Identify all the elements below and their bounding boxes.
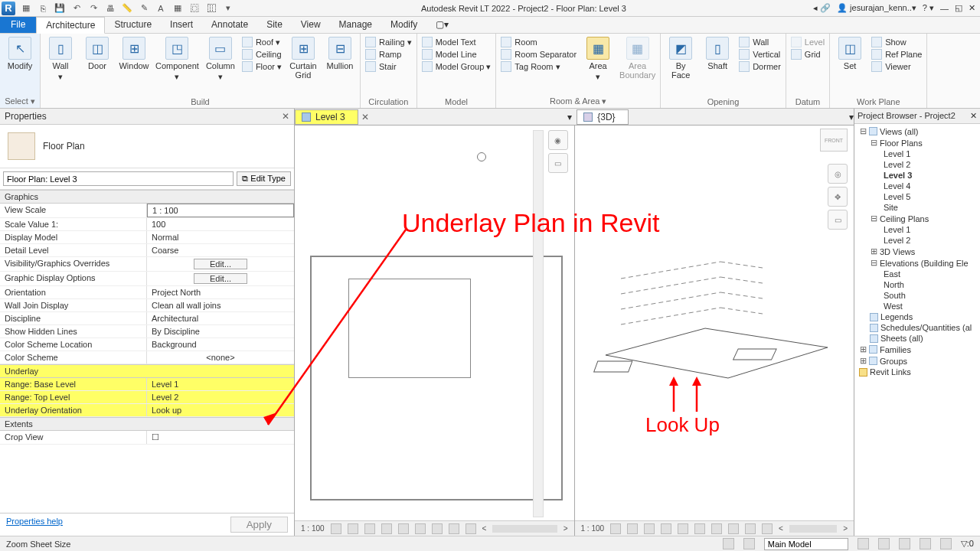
open-vert-button[interactable]: Vertical: [739, 49, 781, 60]
ref-plane-button[interactable]: Ref Plane: [871, 49, 922, 60]
door-button[interactable]: ◫Door: [82, 37, 113, 70]
curtain-grid-button[interactable]: ⊞Curtain Grid: [288, 37, 318, 80]
prop-value[interactable]: By Discipline: [147, 325, 294, 337]
tree-groups[interactable]: ⊞Groups: [856, 355, 978, 367]
tree-item[interactable]: West: [856, 301, 978, 311]
tree-elevations[interactable]: ⊟Elevations (Building Ele: [856, 257, 978, 269]
tab-modify[interactable]: Modify: [381, 17, 426, 33]
tree-item[interactable]: Level 2: [856, 159, 978, 170]
apply-button[interactable]: Apply: [230, 517, 288, 533]
nav-sheet-icon[interactable]: ▭: [828, 210, 848, 230]
scale-label[interactable]: 1 : 100: [581, 524, 605, 533]
tab-menu-icon[interactable]: ▾: [567, 112, 572, 122]
vc-icon[interactable]: [364, 523, 375, 534]
tag-room-button[interactable]: Tag Room ▾: [501, 61, 577, 72]
qat-icon[interactable]: ▾: [222, 2, 234, 15]
vc-icon[interactable]: [432, 523, 443, 534]
tree-item[interactable]: East: [856, 269, 978, 279]
scale-label[interactable]: 1 : 100: [301, 524, 325, 533]
tree-sheets[interactable]: Sheets (all): [856, 333, 978, 344]
vc-icon[interactable]: [762, 523, 773, 534]
prop-value[interactable]: Look up: [147, 404, 294, 416]
open-wall-button[interactable]: Wall: [739, 37, 781, 47]
tab-extra[interactable]: ▢▾: [426, 17, 458, 33]
prop-value[interactable]: Architectural: [147, 312, 294, 324]
room-sep-button[interactable]: Room Separator: [501, 49, 577, 60]
status-icon[interactable]: [858, 538, 869, 549]
grid-button[interactable]: Grid: [791, 49, 825, 60]
qat-icon[interactable]: ⎘: [37, 2, 49, 15]
mullion-button[interactable]: ⊟Mullion: [325, 37, 355, 70]
status-icon[interactable]: [940, 538, 952, 549]
edit-button[interactable]: Edit...: [147, 272, 294, 285]
properties-help-link[interactable]: Properties help: [6, 517, 63, 533]
elevation-marker[interactable]: [477, 152, 486, 161]
tree-item[interactable]: Site: [856, 202, 978, 213]
tree-views[interactable]: ⊟Views (all): [856, 126, 978, 137]
qat-icon[interactable]: ▦: [20, 2, 32, 15]
railing-button[interactable]: Railing ▾: [365, 37, 412, 47]
3d-view-canvas[interactable]: FRONT ◎✥▭ 1 : 100: [575, 126, 854, 536]
tree-floor-plans[interactable]: ⊟Floor Plans: [856, 137, 978, 148]
open-dormer-button[interactable]: Dormer: [739, 61, 781, 72]
tab-view[interactable]: View: [292, 17, 330, 33]
restore-icon[interactable]: ◱: [955, 3, 962, 13]
status-icon[interactable]: [723, 538, 734, 549]
view-tab-3d[interactable]: {3D}: [577, 109, 628, 125]
status-icon[interactable]: [743, 538, 755, 549]
prop-value[interactable]: Background: [147, 338, 294, 350]
vc-icon[interactable]: [398, 523, 409, 534]
vc-icon[interactable]: [644, 523, 655, 534]
vc-icon[interactable]: [449, 523, 459, 534]
tree-item[interactable]: Level 4: [856, 181, 978, 191]
tab-site[interactable]: Site: [257, 17, 292, 33]
tree-links[interactable]: Revit Links: [856, 367, 978, 377]
qat-icon[interactable]: 📏: [121, 2, 133, 15]
shaft-button[interactable]: ▯Shaft: [702, 37, 733, 70]
status-icon[interactable]: [899, 538, 910, 549]
nav-2d-icon[interactable]: ◉: [548, 130, 568, 150]
tree-schedules[interactable]: Schedules/Quantities (al: [856, 322, 978, 333]
vc-icon[interactable]: [745, 523, 756, 534]
model-text-button[interactable]: Model Text: [422, 37, 492, 47]
section-underlay[interactable]: Underlay: [0, 364, 294, 378]
vc-icon[interactable]: [728, 523, 739, 534]
model-group-button[interactable]: Model Group ▾: [422, 61, 492, 72]
column-button[interactable]: ▭Column▾: [205, 37, 236, 82]
vc-icon[interactable]: [348, 523, 358, 534]
stair-button[interactable]: Stair: [365, 61, 412, 72]
filter-count[interactable]: ▽:0: [961, 539, 974, 549]
prop-value[interactable]: Coarse: [147, 244, 294, 256]
collab-icon[interactable]: ◂ 🔗: [813, 3, 831, 13]
close-icon[interactable]: ✕: [970, 111, 977, 121]
tree-item[interactable]: Level 1: [856, 148, 978, 159]
prop-value[interactable]: 1 : 100: [147, 204, 294, 217]
crop-checkbox[interactable]: ☐: [147, 431, 294, 444]
nav-wheel-icon[interactable]: ◎: [828, 164, 848, 184]
vc-icon[interactable]: [466, 523, 476, 534]
set-button[interactable]: ◫Set: [835, 37, 865, 70]
qat-icon[interactable]: ⿴: [188, 2, 201, 15]
ceiling-button[interactable]: Ceiling: [242, 49, 282, 60]
tree-item[interactable]: Level 2: [856, 235, 978, 246]
tab-structure[interactable]: Structure: [105, 17, 161, 33]
tree-families[interactable]: ⊞Families: [856, 344, 978, 355]
status-icon[interactable]: [878, 538, 890, 549]
status-icon[interactable]: [920, 538, 931, 549]
area-button[interactable]: ▦Area▾: [583, 37, 613, 82]
qat-icon[interactable]: ⿲: [205, 2, 217, 15]
tree-item[interactable]: Level 5: [856, 191, 978, 202]
tree-3d-views[interactable]: ⊞3D Views: [856, 246, 978, 257]
user-menu[interactable]: 👤 jesurajan_kenn..▾: [837, 3, 916, 13]
window-button[interactable]: ⊞Window: [119, 37, 149, 70]
vc-icon[interactable]: [610, 523, 621, 534]
qat-icon[interactable]: ✎: [138, 2, 150, 15]
prop-value[interactable]: Clean all wall joins: [147, 299, 294, 311]
floor-button[interactable]: Floor ▾: [242, 61, 282, 72]
qat-icon[interactable]: 🖶: [104, 2, 116, 15]
room-button[interactable]: Room: [501, 37, 577, 47]
area-boundary-button[interactable]: ▦Area Boundary: [619, 37, 655, 80]
nav-sheet-icon[interactable]: ▭: [548, 153, 568, 173]
tree-ceiling-plans[interactable]: ⊟Ceiling Plans: [856, 213, 978, 224]
scrollbar-horizontal[interactable]: [492, 525, 557, 533]
